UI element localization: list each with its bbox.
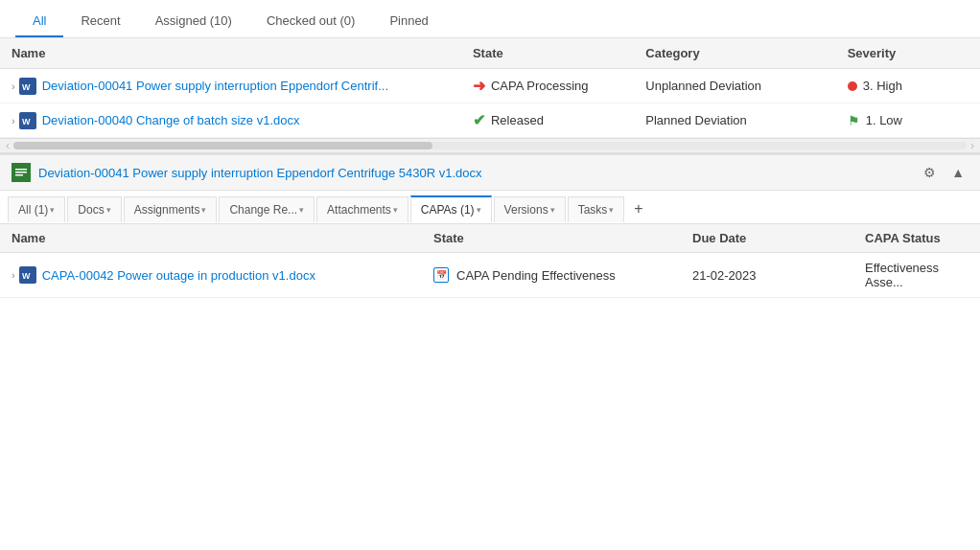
detail-tab-tasks[interactable]: Tasks ▾ bbox=[568, 196, 625, 222]
tab-all[interactable]: All bbox=[15, 8, 63, 37]
detail-tab-attachments-label: Attachments bbox=[327, 203, 391, 217]
horizontal-scrollbar[interactable]: ‹ › bbox=[0, 138, 980, 153]
col-header-category: Category bbox=[634, 38, 835, 69]
tab-assigned[interactable]: Assigned (10) bbox=[138, 8, 249, 37]
detail-tab-capas-chevron: ▾ bbox=[477, 205, 481, 215]
detail-tab-versions-label: Versions bbox=[504, 203, 548, 217]
row2-state-label: Released bbox=[491, 113, 544, 127]
capa-row1-name-cell: › W CAPA-00042 Power outage in productio… bbox=[0, 253, 422, 298]
detail-col-header-duedate: Due Date bbox=[681, 224, 853, 253]
detail-tab-changere[interactable]: Change Re... ▾ bbox=[219, 196, 315, 222]
row2-severity-label: 1. Low bbox=[866, 113, 902, 127]
svg-rect-5 bbox=[15, 169, 27, 171]
detail-table: Name State Due Date CAPA Status › W CAPA… bbox=[0, 224, 980, 298]
scrollbar-track[interactable] bbox=[13, 142, 967, 149]
col-header-severity: Severity bbox=[836, 38, 980, 69]
row2-name-cell: › W Deviation-00040 Change of batch size… bbox=[0, 103, 461, 138]
tab-checkedout[interactable]: Checked out (0) bbox=[249, 8, 373, 37]
detail-col-header-name: Name bbox=[0, 224, 422, 253]
detail-title-area: Deviation-00041 Power supply interruptio… bbox=[12, 163, 482, 182]
word-doc-icon-capa: W bbox=[19, 266, 36, 284]
detail-col-header-capastatus: CAPA Status bbox=[853, 224, 980, 253]
top-navigation: All Recent Assigned (10) Checked out (0)… bbox=[0, 0, 980, 38]
col-header-state: State bbox=[461, 38, 634, 69]
scroll-left-arrow[interactable]: ‹ bbox=[6, 139, 10, 152]
detail-tab-assignments[interactable]: Assignments ▾ bbox=[124, 196, 218, 222]
detail-tab-versions[interactable]: Versions ▾ bbox=[494, 196, 566, 222]
detail-tab-changere-label: Change Re... bbox=[229, 203, 297, 217]
detail-tab-capas-label: CAPAs (1) bbox=[421, 203, 475, 217]
row1-state-label: CAPA Processing bbox=[491, 79, 589, 93]
detail-tab-all-label: All (1) bbox=[18, 203, 48, 217]
capa-row1-capastatus-cell: Effectiveness Asse... bbox=[853, 253, 980, 298]
capa-pending-icon: 📅 bbox=[433, 267, 449, 283]
detail-tab-tasks-label: Tasks bbox=[578, 203, 608, 217]
detail-tab-all-chevron: ▾ bbox=[50, 205, 55, 215]
main-table-container: Name State Category Severity › W Deviati… bbox=[0, 38, 980, 138]
detail-tab-assignments-chevron: ▾ bbox=[201, 205, 206, 215]
svg-text:W: W bbox=[22, 271, 31, 281]
row1-name-link[interactable]: Deviation-00041 Power supply interruptio… bbox=[42, 79, 388, 93]
add-tab-button[interactable]: + bbox=[626, 195, 650, 223]
detail-tab-all[interactable]: All (1) ▾ bbox=[8, 196, 65, 222]
row2-state-cell: ✔ Released bbox=[461, 103, 634, 138]
detail-controls: ⚙ ▲ bbox=[920, 163, 968, 182]
scroll-right-arrow[interactable]: › bbox=[970, 139, 974, 152]
row2-name-link[interactable]: Deviation-00040 Change of batch size v1.… bbox=[42, 113, 300, 127]
detail-doc-icon bbox=[12, 163, 31, 182]
tab-recent[interactable]: Recent bbox=[63, 8, 137, 37]
capa-row1-duedate-cell: 21-02-2023 bbox=[681, 253, 853, 298]
released-icon: ✔ bbox=[473, 111, 485, 129]
detail-table-header: Name State Due Date CAPA Status bbox=[0, 224, 980, 253]
svg-text:W: W bbox=[22, 117, 31, 126]
table-row: › W Deviation-00041 Power supply interru… bbox=[0, 69, 980, 103]
severity-high-icon bbox=[848, 81, 857, 91]
detail-tab-capas[interactable]: CAPAs (1) ▾ bbox=[410, 195, 492, 222]
detail-table-row: › W CAPA-00042 Power outage in productio… bbox=[0, 253, 980, 298]
detail-col-header-state: State bbox=[422, 224, 681, 253]
detail-tab-assignments-label: Assignments bbox=[134, 203, 200, 217]
detail-tab-versions-chevron: ▾ bbox=[550, 205, 555, 215]
capa-row1-state-label: CAPA Pending Effectiveness bbox=[456, 268, 616, 283]
row1-state-cell: ➜ CAPA Processing bbox=[461, 69, 634, 103]
gear-button[interactable]: ⚙ bbox=[920, 163, 940, 182]
detail-tab-attachments[interactable]: Attachments ▾ bbox=[316, 196, 408, 222]
capa-processing-icon: ➜ bbox=[473, 77, 485, 95]
detail-tab-changere-chevron: ▾ bbox=[299, 205, 304, 215]
svg-rect-7 bbox=[15, 174, 23, 176]
capa-row1-name-link[interactable]: CAPA-00042 Power outage in production v1… bbox=[42, 268, 315, 283]
row1-category-cell: Unplanned Deviation bbox=[634, 69, 835, 103]
scrollbar-thumb[interactable] bbox=[13, 142, 432, 149]
capa-row1-expander[interactable]: › bbox=[12, 269, 15, 281]
col-header-name: Name bbox=[0, 38, 461, 69]
row2-category-cell: Planned Deviation bbox=[634, 103, 835, 138]
detail-title-text: Deviation-00041 Power supply interruptio… bbox=[38, 166, 482, 180]
row1-name-cell: › W Deviation-00041 Power supply interru… bbox=[0, 69, 461, 103]
detail-tabs: All (1) ▾ Docs ▾ Assignments ▾ Change Re… bbox=[0, 191, 980, 224]
word-doc-icon: W bbox=[19, 78, 36, 95]
collapse-button[interactable]: ▲ bbox=[947, 163, 968, 182]
row1-severity-cell: 3. High bbox=[836, 69, 980, 103]
svg-rect-6 bbox=[15, 172, 27, 173]
detail-tab-docs-label: Docs bbox=[78, 203, 104, 217]
green-table-icon bbox=[13, 165, 29, 180]
main-table: Name State Category Severity › W Deviati… bbox=[0, 38, 980, 138]
detail-panel: Deviation-00041 Power supply interruptio… bbox=[0, 153, 980, 298]
severity-low-icon: ⚑ bbox=[848, 113, 860, 128]
detail-tab-docs-chevron: ▾ bbox=[106, 205, 111, 215]
detail-tab-attachments-chevron: ▾ bbox=[393, 205, 398, 215]
detail-header: Deviation-00041 Power supply interruptio… bbox=[0, 155, 980, 191]
detail-tab-docs[interactable]: Docs ▾ bbox=[67, 196, 121, 222]
svg-text:W: W bbox=[22, 82, 31, 92]
detail-tab-tasks-chevron: ▾ bbox=[609, 205, 614, 215]
main-table-header: Name State Category Severity bbox=[0, 38, 980, 69]
word-doc-icon: W bbox=[19, 112, 36, 129]
capa-row1-state-cell: 📅 CAPA Pending Effectiveness bbox=[422, 253, 681, 298]
row2-severity-cell: ⚑ 1. Low bbox=[836, 103, 980, 138]
row1-severity-label: 3. High bbox=[863, 79, 902, 93]
table-row: › W Deviation-00040 Change of batch size… bbox=[0, 103, 980, 138]
tab-pinned[interactable]: Pinned bbox=[372, 8, 445, 37]
row2-expander[interactable]: › bbox=[12, 115, 15, 126]
row1-expander[interactable]: › bbox=[12, 80, 15, 92]
